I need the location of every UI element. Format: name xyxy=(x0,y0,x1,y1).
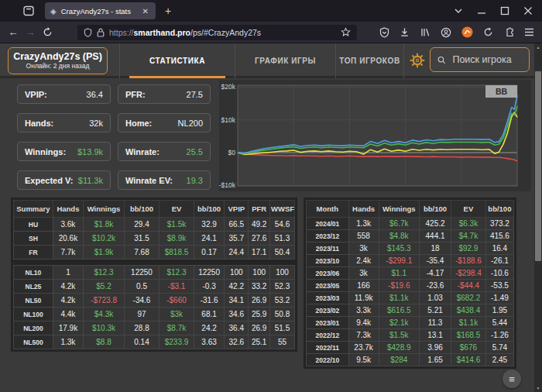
table-cell: 12250 xyxy=(194,266,225,280)
stat-value-vpip: 36.4 xyxy=(87,90,103,99)
site-tab-game-graph[interactable]: ГРАФИК ИГРЫ xyxy=(235,43,336,78)
table-cell: 24.4 xyxy=(225,246,249,260)
stat-label-vpip: VPIP: xyxy=(25,90,47,99)
table-cell: 5.21 xyxy=(420,304,451,317)
table-row: 2023/12558$4.8k444.1$4.7k415.6 xyxy=(307,230,514,242)
lock-icon[interactable] xyxy=(97,28,105,37)
table-cell: 25.9 xyxy=(249,308,270,322)
table-cell: 13.1 xyxy=(420,329,451,342)
stat-label-pfr: PFR: xyxy=(125,90,146,99)
library-icon[interactable] xyxy=(420,27,431,37)
table-cell: -10.6 xyxy=(485,267,513,280)
scrollbar-thumb[interactable] xyxy=(535,71,541,261)
stat-value-winrate-ev: 19.3 xyxy=(187,176,203,185)
table-cell: 16.4 xyxy=(485,242,513,255)
forward-button[interactable]: → xyxy=(22,26,39,38)
permissions-shield-icon[interactable] xyxy=(84,28,92,37)
table-cell: 4.2k xyxy=(53,280,83,294)
player-search-input[interactable] xyxy=(451,53,522,66)
table-cell: 1 xyxy=(53,266,83,280)
column-header: bb/100 xyxy=(420,201,451,218)
addon-badge-icon[interactable] xyxy=(461,26,473,38)
reload-button[interactable] xyxy=(39,27,56,37)
stat-label-hands: Hands: xyxy=(25,119,53,128)
site-tab-top-players[interactable]: ТОП ИГРОКОВ xyxy=(336,43,403,78)
chart-unit-toggle[interactable]: BB xyxy=(485,85,517,98)
row-label-cell: 2023/02 xyxy=(307,304,349,317)
table-cell: 5.44 xyxy=(485,317,513,329)
table-cell: -$299.1 xyxy=(379,255,420,267)
table-cell: 166 xyxy=(348,280,379,292)
table-cell: 55 xyxy=(269,335,294,349)
table-cell: $92.9 xyxy=(451,242,486,255)
minimize-window-icon[interactable] xyxy=(477,6,486,15)
tab-title: CrazyAndy27s - stats xyxy=(61,7,141,15)
table-cell: $8.8 xyxy=(84,335,125,349)
table-cell: 28.8 xyxy=(125,322,160,335)
table-cell: 26.9 xyxy=(249,294,270,308)
floating-menu-button[interactable]: ≡ xyxy=(503,370,521,388)
table-cell: 444.1 xyxy=(420,230,451,242)
back-button[interactable]: ← xyxy=(5,26,22,38)
browser-tab-bar: ◈ CrazyAndy27s - stats ✕ + xyxy=(0,0,542,22)
scroll-up-icon[interactable]: ▲ xyxy=(534,43,542,51)
site-tab-statistics[interactable]: СТАТИСТИКА xyxy=(120,43,235,78)
settings-gear-icon[interactable] xyxy=(410,53,425,68)
table-row: 2022/109.5k$2841.65$414.62.45 xyxy=(307,354,514,366)
scroll-down-icon[interactable]: ▼ xyxy=(534,384,542,392)
table-row: HU3.6k$1.8k29.4$1.5k32.966.549.254.6 xyxy=(14,218,295,232)
page-scrollbar[interactable]: ▲ ▼ xyxy=(534,43,542,392)
page-content: CrazyAndy27s (PS) Онлайн: 2 дня назад СТ… xyxy=(0,43,542,392)
table-cell: $284 xyxy=(379,354,420,366)
table-cell: 3k xyxy=(348,267,379,280)
new-tab-button[interactable]: + xyxy=(165,5,171,17)
table-cell: $4.8k xyxy=(379,230,420,242)
stat-label-winrate: Winrate: xyxy=(125,147,160,156)
table-row: 2024/011.3k$6.7k425.2$6.3k373.2 xyxy=(307,218,514,230)
table-cell: $8.9k xyxy=(160,232,194,246)
column-header: Hands xyxy=(348,201,379,218)
table-cell: 3k xyxy=(348,242,379,255)
downloads-icon[interactable] xyxy=(400,27,410,37)
row-label-cell: 2022/10 xyxy=(307,354,349,366)
table-cell: $233.9 xyxy=(160,335,194,349)
table-cell: 25.1 xyxy=(249,335,270,349)
table-cell: 53.2 xyxy=(269,294,294,308)
stat-box-home: Home:NL200 xyxy=(118,113,211,132)
table-cell: 51.5 xyxy=(269,322,294,335)
player-name: CrazyAndy27s (PS) xyxy=(9,51,107,62)
menu-hamburger-icon[interactable] xyxy=(524,28,534,36)
player-stats-grid: VPIP:36.4PFR:27.5Hands:32kHome:NL200Winn… xyxy=(17,84,211,190)
browser-nav-bar: ← → https://smarthand.pro/ps/#CrazyAndy2… xyxy=(0,22,542,43)
table-cell: $676 xyxy=(451,342,486,354)
extensions-puzzle-icon[interactable] xyxy=(503,27,514,38)
account-icon[interactable] xyxy=(441,27,451,38)
table-cell: 49.2 xyxy=(249,218,270,232)
stat-label-winnings: Winnings: xyxy=(25,147,66,156)
table-cell: $12.3 xyxy=(84,266,125,280)
row-label-cell: 2022/11 xyxy=(307,342,349,354)
svg-text:$10k: $10k xyxy=(221,116,236,124)
browser-tab-active[interactable]: ◈ CrazyAndy27s - stats ✕ xyxy=(45,2,156,19)
column-header: Month xyxy=(307,201,349,218)
tab-list-chevron-icon[interactable] xyxy=(454,6,463,15)
stat-value-winnings: $13.9k xyxy=(77,147,103,156)
tracking-protection-shield-icon[interactable] xyxy=(379,27,389,38)
bookmark-star-icon[interactable] xyxy=(341,27,351,37)
tab-close-icon[interactable]: ✕ xyxy=(141,7,150,15)
table-cell: 0.5 xyxy=(125,280,160,294)
maximize-window-icon[interactable] xyxy=(500,6,509,15)
site-nav-tabs: СТАТИСТИКАГРАФИК ИГРЫТОП ИГРОКОВ xyxy=(119,43,404,78)
sync-icon[interactable] xyxy=(483,27,493,37)
table-cell: $10.3k xyxy=(84,322,125,335)
row-label-cell: FR xyxy=(14,246,53,260)
table-cell: 1.03 xyxy=(420,292,451,304)
table-cell: $1.1k xyxy=(451,317,486,329)
close-window-icon[interactable] xyxy=(523,6,533,15)
url-bar[interactable]: https://smarthand.pro/ps/#CrazyAndy27s xyxy=(77,25,357,40)
monthly-results-table: MonthHandsWinningsbb/100EVbb/1002024/011… xyxy=(304,198,516,369)
table-cell: -$660 xyxy=(160,294,194,308)
firefox-view-icon[interactable] xyxy=(22,4,36,18)
table-cell: $1.5k xyxy=(379,329,420,342)
table-row: 2023/023.3k$616.55.21$438.41.95 xyxy=(307,304,514,317)
